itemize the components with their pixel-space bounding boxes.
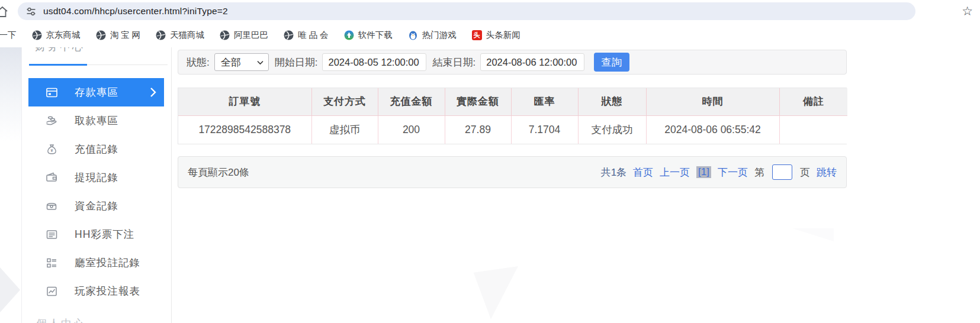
purse-icon: [45, 199, 58, 212]
wallet-icon: [45, 171, 58, 184]
first-page-link[interactable]: 首页: [633, 166, 653, 179]
sidebar-item-player-bet-report[interactable]: 玩家投注報表: [28, 277, 164, 305]
status-select-value: 全部: [221, 56, 241, 69]
sidebar-item-label: HH彩票下注: [75, 227, 134, 241]
filter-bar: 狀態: 全部 開始日期: 結束日期: 查詢: [178, 50, 847, 75]
bookmark-item[interactable]: 京东商城: [32, 30, 81, 41]
table-row: 1722898542588378 虚拟币 200 27.89 7.1704 支付…: [178, 115, 847, 144]
start-date-label: 開始日期:: [275, 56, 318, 69]
bookmark-star-icon[interactable]: ☆: [962, 2, 973, 20]
col-header-time: 時間: [646, 88, 779, 115]
bookmark-item[interactable]: 天猫商城: [156, 30, 204, 41]
deposit-card-icon: [45, 86, 58, 99]
start-date-input[interactable]: [322, 53, 426, 71]
money-bag-icon: ¥: [45, 143, 58, 156]
sidebar-item-deposit[interactable]: 存款專區: [28, 78, 164, 106]
globe-icon: [32, 30, 42, 40]
status-select[interactable]: 全部: [214, 53, 269, 71]
site-info-icon[interactable]: [26, 7, 36, 17]
search-button[interactable]: 查詢: [594, 53, 629, 72]
bookmark-item[interactable]: 阿里巴巴: [220, 30, 268, 41]
table-header-row: 訂單號 支付方式 充值金額 實際金額 匯率 狀態 時間 備註: [178, 88, 847, 115]
sidebar-item-label: 玩家投注報表: [75, 284, 140, 298]
records-table-card: 訂單號 支付方式 充值金額 實際金額 匯率 狀態 時間 備註 172289854…: [178, 88, 847, 144]
section-underline: [29, 64, 171, 66]
url-text: usdt04.com/hhcp/usercenter.html?iniType=…: [43, 6, 228, 17]
end-date-label: 結束日期:: [432, 56, 475, 69]
address-bar[interactable]: usdt04.com/hhcp/usercenter.html?iniType=…: [18, 2, 915, 20]
toutiao-icon: 头: [472, 30, 482, 40]
decorative-triangle: [474, 266, 525, 321]
cell-order-no: 1722898542588378: [178, 115, 311, 144]
cell-rate: 7.1704: [511, 115, 578, 144]
sidebar-item-label: 提現記錄: [75, 170, 118, 185]
sidebar-item-fund-records[interactable]: 資金記錄: [28, 192, 164, 220]
browser-toolbar: usdt04.com/hhcp/usercenter.html?iniType=…: [0, 0, 980, 22]
game-penguin-icon: [408, 30, 418, 40]
sidebar-item-recharge-records[interactable]: ¥ 充值記錄: [28, 135, 164, 163]
bookmark-item[interactable]: 热门游戏: [408, 30, 457, 41]
col-header-recharge-amount: 充值金額: [378, 88, 445, 115]
hand-coin-icon: [45, 114, 58, 127]
bookmark-item[interactable]: 度一下: [0, 30, 17, 41]
jump-page-input[interactable]: [772, 164, 792, 180]
sidebar-item-label: 存款專區: [75, 85, 118, 99]
decorative-triangle: [792, 228, 834, 241]
browser-window: usdt04.com/hhcp/usercenter.html?iniType=…: [0, 0, 980, 323]
col-header-pay-method: 支付方式: [311, 88, 378, 115]
status-label: 狀態:: [187, 56, 210, 69]
bookmark-item[interactable]: 淘 宝 网: [96, 30, 141, 41]
end-date-input[interactable]: [480, 53, 584, 71]
current-page-indicator: [1]: [696, 166, 711, 178]
bookmark-item[interactable]: 头 头条新闻: [472, 30, 520, 41]
sidebar-item-label: 廳室投註記錄: [75, 256, 140, 270]
sidebar-item-label: 取款專區: [75, 114, 118, 128]
sidebar: 财务中心 存款專區: [22, 47, 172, 323]
globe-icon: [284, 30, 294, 40]
bookmark-item[interactable]: 软件下载: [344, 30, 393, 41]
sidebar-item-label: 充值記錄: [75, 142, 118, 156]
jump-prefix-text: 第: [754, 166, 764, 179]
sidebar-section-finance-clipped: 财务中心: [35, 47, 85, 56]
chevron-right-icon: [149, 87, 156, 100]
list-icon: [45, 228, 58, 241]
cell-time: 2024-08-06 06:55:42: [646, 115, 779, 144]
col-header-remark: 備註: [779, 88, 847, 115]
sidebar-item-withdrawal-records[interactable]: 提現記錄: [28, 163, 164, 192]
detailed-list-icon: [45, 256, 58, 269]
bookmarks-bar: 度一下 京东商城 淘 宝 网 天猫商城 阿里巴巴 唯 品 会 软件下载 热门游: [0, 22, 980, 47]
records-table: 訂單號 支付方式 充值金額 實際金額 匯率 狀態 時間 備註 172289854…: [178, 88, 847, 144]
bookmark-item[interactable]: 唯 品 会: [284, 30, 329, 41]
pagination-bar: 每頁顯示20條 共1条 首页 上一页 [1] 下一页 第 页 跳转: [178, 156, 847, 188]
cell-recharge-amount: 200: [378, 115, 445, 144]
total-count-text: 共1条: [601, 166, 626, 179]
prev-page-link[interactable]: 上一页: [660, 166, 690, 179]
cell-actual-amount: 27.89: [445, 115, 511, 144]
sidebar-section-personal-clipped: 個人中心: [36, 316, 86, 323]
report-chart-icon: [45, 285, 58, 298]
col-header-order-no: 訂單號: [178, 88, 311, 115]
page-size-text: 每頁顯示20條: [188, 166, 249, 179]
cell-status: 支付成功: [578, 115, 646, 144]
globe-icon: [220, 30, 230, 40]
globe-icon: [156, 30, 166, 40]
jump-button[interactable]: 跳转: [817, 166, 837, 179]
sidebar-menu: 存款專區 取款專區: [28, 78, 164, 305]
page-left-strip: [0, 47, 22, 323]
sidebar-item-hh-lottery-bets[interactable]: HH彩票下注: [28, 220, 164, 248]
cell-pay-method: 虚拟币: [311, 115, 378, 144]
next-page-link[interactable]: 下一页: [718, 166, 748, 179]
chevron-down-icon: [257, 56, 264, 68]
globe-icon: [96, 30, 106, 40]
jump-suffix-text: 页: [800, 166, 810, 179]
sidebar-item-withdraw[interactable]: 取款專區: [28, 106, 164, 135]
sidebar-item-label: 資金記錄: [75, 199, 118, 213]
pager-controls: 共1条 首页 上一页 [1] 下一页 第 页 跳转: [601, 164, 837, 180]
home-icon[interactable]: [0, 5, 9, 21]
svg-text:¥: ¥: [50, 148, 53, 152]
cell-remark: [779, 115, 847, 144]
col-header-actual-amount: 實際金額: [445, 88, 511, 115]
sidebar-item-hall-bet-records[interactable]: 廳室投註記錄: [28, 248, 164, 277]
col-header-rate: 匯率: [511, 88, 578, 115]
col-header-status: 狀態: [578, 88, 646, 115]
